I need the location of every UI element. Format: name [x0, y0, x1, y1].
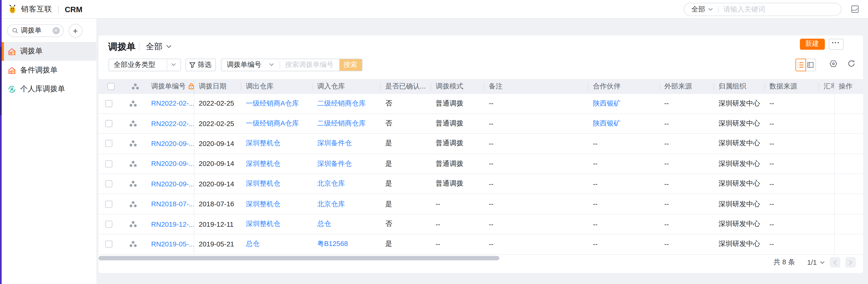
row-checkbox[interactable] — [105, 221, 113, 228]
out-warehouse-link[interactable]: 深圳整机仓 — [241, 159, 313, 169]
sidebar-search-input[interactable]: 调拨单 ✕ — [7, 25, 63, 37]
row-actions-cell[interactable] — [834, 94, 863, 113]
search-button[interactable]: 搜索 — [339, 58, 362, 71]
row-checkbox[interactable] — [105, 180, 113, 187]
list-view-button[interactable] — [795, 58, 806, 71]
in-warehouse-link[interactable]: 北京仓库 — [313, 179, 381, 189]
column-header-actions[interactable]: 操作 — [834, 79, 863, 94]
order-number-link[interactable]: RN2019-05-... — [147, 235, 194, 254]
column-header-partner[interactable]: 合作伙伴 — [589, 79, 660, 94]
table-row[interactable]: RN2020-09-... 2020-09-14 深圳整机仓 深圳备件仓 是 普… — [98, 134, 863, 154]
row-checkbox[interactable] — [105, 241, 113, 248]
row-actions-cell[interactable] — [834, 235, 863, 254]
global-search[interactable]: 全部 请输入关键词 — [684, 3, 841, 16]
row-checkbox[interactable] — [105, 140, 113, 147]
table-row[interactable]: RN2022-02-... 2022-02-25 一级经销商A仓库 二级经销商仓… — [98, 94, 863, 114]
row-checkbox[interactable] — [105, 100, 113, 107]
out-warehouse-link[interactable]: 深圳整机仓 — [241, 199, 313, 209]
row-checkbox[interactable] — [105, 120, 113, 127]
in-warehouse-link[interactable]: 粤B12568 — [313, 240, 381, 249]
transfer-date: 2020-09-14 — [194, 140, 241, 148]
column-header-owning-org[interactable]: 归属组织 — [714, 79, 765, 94]
column-header-in-warehouse[interactable]: 调入仓库 — [313, 79, 381, 94]
column-header-transfer-mode[interactable]: 调拨模式 — [431, 79, 485, 94]
page-title: 调拨单 — [108, 41, 135, 53]
row-actions-cell[interactable] — [834, 214, 863, 234]
select-all-checkbox[interactable] — [107, 83, 115, 90]
column-header-remark[interactable]: 备注 — [485, 79, 589, 94]
column-header-exchange-rate[interactable]: 汇率 — [819, 79, 834, 94]
transfer-date: 2022-02-25 — [194, 100, 241, 107]
feedback-icon[interactable] — [851, 5, 859, 13]
row-team-cell — [120, 140, 147, 147]
search-field-select[interactable]: 调拨单编号 — [226, 60, 261, 69]
table-row[interactable]: RN2020-09-... 2020-09-14 深圳整机仓 深圳备件仓 是 普… — [98, 154, 863, 174]
out-warehouse-link[interactable]: 一级经销商A仓库 — [241, 99, 313, 108]
row-actions-cell[interactable] — [834, 154, 863, 173]
column-header-transfer-date[interactable]: 调拨日期 — [194, 79, 241, 94]
in-warehouse-link[interactable]: 深圳备件仓 — [313, 159, 381, 169]
order-search-input[interactable]: 搜索调拨单编号 — [285, 60, 339, 69]
warehouse-transfer-icon — [7, 66, 16, 74]
order-number-link[interactable]: RN2020-09-... — [147, 134, 194, 153]
table-row[interactable]: RN2022-02-... 2022-02-25 一级经销商A仓库 二级经销商仓… — [98, 114, 863, 134]
out-warehouse-link[interactable]: 一级经销商A仓库 — [241, 119, 313, 129]
order-search[interactable]: 调拨单编号 搜索调拨单编号 搜索 — [221, 58, 363, 71]
column-header-out-warehouse[interactable]: 调出仓库 — [241, 79, 313, 94]
out-warehouse-link[interactable]: 深圳整机仓 — [241, 139, 313, 148]
row-actions-cell[interactable] — [834, 174, 863, 193]
order-number-link[interactable]: RN2019-12-... — [147, 214, 194, 234]
in-warehouse-link[interactable]: 北京仓库 — [313, 199, 381, 209]
page-select[interactable]: 1/1 — [807, 258, 825, 266]
out-warehouse-link[interactable]: 总仓 — [241, 240, 313, 249]
sidebar-search-value[interactable]: 调拨单 — [21, 26, 52, 35]
scrollbar-thumb[interactable] — [98, 256, 499, 260]
business-type-value: 全部业务类型 — [114, 60, 166, 69]
in-warehouse-link[interactable]: 深圳备件仓 — [313, 139, 381, 148]
rail-scroll-thumb[interactable] — [0, 47, 1, 115]
global-search-input[interactable]: 请输入关键词 — [723, 5, 765, 14]
in-warehouse-link[interactable]: 总仓 — [313, 219, 381, 229]
in-warehouse-link[interactable]: 二级经销商仓库 — [313, 99, 381, 108]
table-row[interactable]: RN2019-12-... 2019-12-11 深圳整机仓 总仓 否 -- -… — [98, 214, 863, 235]
column-header-data-source[interactable]: 数据来源 — [765, 79, 819, 94]
table-row[interactable]: RN2019-05-... 2019-05-21 总仓 粤B12568 是 --… — [98, 235, 863, 255]
filter-button[interactable]: 筛选 — [185, 58, 216, 71]
prev-page-button[interactable] — [830, 257, 840, 268]
board-view-button[interactable] — [805, 58, 816, 71]
clear-search-icon[interactable]: ✕ — [53, 27, 60, 34]
column-header-confirmed[interactable]: 是否已确认... — [381, 79, 431, 94]
left-nav-rail[interactable] — [0, 0, 1, 284]
column-header-external-source[interactable]: 外部来源 — [660, 79, 714, 94]
order-number-link[interactable]: RN2020-09-... — [147, 154, 194, 173]
column-header-order-number[interactable]: 调拨单编号 — [147, 79, 194, 94]
business-type-select[interactable]: 全部业务类型 — [108, 58, 181, 71]
add-view-button[interactable]: + — [68, 24, 82, 38]
row-actions-cell[interactable] — [834, 134, 863, 153]
table-row[interactable]: RN2020-09-... 2020-09-14 深圳整机仓 北京仓库 是 普通… — [98, 174, 863, 194]
order-number-link[interactable]: RN2022-02-... — [147, 94, 194, 113]
refresh-icon[interactable] — [847, 59, 855, 67]
sidebar-item-transfer-order[interactable]: 调拨单 — [1, 42, 96, 61]
table-row[interactable]: RN2018-07-... 2018-07-16 深圳整机仓 北京仓库 是 --… — [98, 194, 863, 215]
row-actions-cell[interactable] — [834, 114, 863, 133]
search-scope-select[interactable]: 全部 — [691, 5, 705, 14]
order-number-link[interactable]: RN2022-02-... — [147, 114, 194, 133]
row-checkbox[interactable] — [105, 201, 113, 208]
out-warehouse-link[interactable]: 深圳整机仓 — [241, 179, 313, 189]
row-checkbox[interactable] — [105, 160, 113, 168]
new-button[interactable]: 新建 — [800, 38, 825, 49]
out-warehouse-link[interactable]: 深圳整机仓 — [241, 219, 313, 229]
settings-gear-icon[interactable] — [829, 59, 837, 68]
next-page-button[interactable] — [845, 257, 856, 268]
more-actions-button[interactable]: ··· — [829, 38, 843, 49]
row-actions-cell[interactable] — [834, 194, 863, 214]
view-scope-select[interactable]: 全部 — [146, 41, 172, 51]
horizontal-scrollbar[interactable] — [98, 255, 863, 261]
sidebar-item-personal-transfer-order[interactable]: 个人库调拨单 — [1, 79, 96, 98]
sidebar-item-spare-transfer-order[interactable]: 备件调拨单 — [1, 61, 96, 79]
order-number-link[interactable]: RN2020-09-... — [147, 174, 194, 193]
order-number-link[interactable]: RN2018-07-... — [147, 194, 194, 214]
in-warehouse-link[interactable]: 二级经销商仓库 — [313, 119, 381, 129]
transfer-date: 2019-05-21 — [194, 240, 241, 248]
